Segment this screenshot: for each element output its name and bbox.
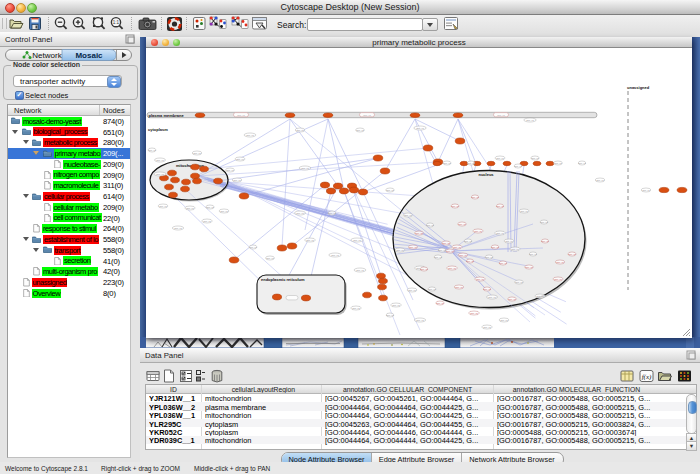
- svg-text:S•e | d: S•e | d: [525, 266, 533, 269]
- svg-text:S•e | d: S•e | d: [451, 205, 459, 208]
- svg-text:S•e | d: S•e | d: [455, 286, 463, 289]
- svg-text:S•e | d: S•e | d: [442, 242, 450, 245]
- svg-text:S•e | d: S•e | d: [536, 295, 544, 298]
- svg-text:S•e | d: S•e | d: [159, 205, 167, 208]
- svg-text:S•e | d: S•e | d: [206, 206, 214, 209]
- svg-text:S•e | d: S•e | d: [386, 314, 394, 317]
- svg-text:S•e | d: S•e | d: [496, 205, 504, 208]
- svg-text:S•e | d: S•e | d: [471, 196, 479, 199]
- svg-text:S•e | d: S•e | d: [578, 162, 586, 165]
- svg-text:S•e | d: S•e | d: [459, 254, 467, 257]
- svg-text:S•e | d: S•e | d: [237, 114, 245, 117]
- svg-text:S•e | d: S•e | d: [464, 240, 472, 243]
- svg-text:S•e | d: S•e | d: [296, 212, 304, 215]
- svg-text:S•e | d: S•e | d: [474, 230, 482, 233]
- svg-text:S•e | d: S•e | d: [186, 207, 194, 210]
- svg-text:S•e | d: S•e | d: [352, 307, 360, 310]
- svg-text:S•e | d: S•e | d: [301, 167, 309, 170]
- svg-text:S•e | d: S•e | d: [515, 281, 523, 284]
- svg-text:S•e | d: S•e | d: [363, 114, 371, 117]
- svg-text:S•e | d: S•e | d: [514, 165, 522, 168]
- svg-text:S•e | d: S•e | d: [520, 210, 528, 213]
- svg-text:S•e | d: S•e | d: [328, 212, 336, 215]
- svg-text:S•e | d: S•e | d: [392, 304, 400, 307]
- svg-text:S•e | d: S•e | d: [420, 268, 428, 271]
- svg-text:S•e | d: S•e | d: [220, 210, 228, 213]
- svg-text:S•e | d: S•e | d: [496, 232, 504, 235]
- svg-text:endoplasmic reticulum: endoplasmic reticulum: [261, 277, 305, 282]
- svg-text:S•e | d: S•e | d: [426, 224, 434, 227]
- svg-text:S•e | d: S•e | d: [331, 254, 339, 257]
- svg-text:S•e | d: S•e | d: [408, 289, 416, 292]
- svg-text:S•e | d: S•e | d: [508, 298, 516, 301]
- svg-text:S•e | d: S•e | d: [483, 326, 491, 329]
- svg-text:S•e | d: S•e | d: [404, 214, 412, 217]
- svg-text:S•e | d: S•e | d: [436, 302, 444, 305]
- svg-text:S•e | d: S•e | d: [505, 240, 513, 243]
- svg-text:Network: Network: [32, 51, 62, 60]
- svg-text:S•e | d: S•e | d: [428, 288, 436, 291]
- svg-text:S•e | d: S•e | d: [246, 134, 254, 137]
- svg-text:S•e | d: S•e | d: [596, 179, 604, 182]
- svg-text:S•e | d: S•e | d: [488, 296, 496, 299]
- svg-text:S•e | d: S•e | d: [500, 319, 508, 322]
- svg-text:S•e | d: S•e | d: [446, 250, 454, 253]
- svg-text:S•e | d: S•e | d: [386, 189, 394, 192]
- svg-text:S•e | d: S•e | d: [541, 240, 549, 243]
- svg-text:S•e | d: S•e | d: [568, 253, 576, 256]
- svg-text:cytoplasm: cytoplasm: [148, 127, 168, 132]
- svg-text:S•e | d: S•e | d: [249, 246, 257, 249]
- svg-text:S•e | d: S•e | d: [438, 249, 446, 252]
- svg-text:S•e | d: S•e | d: [483, 288, 491, 291]
- svg-text:S•e | d: S•e | d: [156, 159, 164, 162]
- svg-text:S•e | d: S•e | d: [148, 149, 156, 152]
- svg-text:S•e | d: S•e | d: [396, 249, 404, 252]
- svg-text:S•e | d: S•e | d: [470, 312, 478, 315]
- svg-text:S•e | d: S•e | d: [499, 262, 507, 265]
- svg-text:S•e | d: S•e | d: [296, 129, 304, 132]
- svg-text:S•e | d: S•e | d: [356, 129, 364, 132]
- svg-text:S•e | d: S•e | d: [443, 162, 451, 165]
- svg-text:S•e | d: S•e | d: [554, 162, 562, 165]
- svg-text:1:1: 1:1: [113, 20, 120, 25]
- svg-text:S•e | d: S•e | d: [531, 157, 539, 160]
- svg-text:S•e | d: S•e | d: [416, 319, 424, 322]
- svg-text:S•e | d: S•e | d: [233, 179, 241, 182]
- svg-text:S•e | d: S•e | d: [409, 246, 417, 249]
- svg-text:S•e | d: S•e | d: [458, 223, 466, 226]
- svg-text:S•e | d: S•e | d: [156, 173, 164, 176]
- svg-text:S•e | d: S•e | d: [496, 157, 504, 160]
- svg-text:S•e | d: S•e | d: [529, 253, 537, 256]
- svg-text:S•e | d: S•e | d: [453, 246, 461, 249]
- svg-text:S•e | d: S•e | d: [193, 152, 201, 155]
- svg-text:S•e | d: S•e | d: [416, 127, 424, 130]
- svg-text:unassigned: unassigned: [627, 85, 650, 90]
- svg-text:S•e | d: S•e | d: [642, 189, 650, 192]
- svg-text:S•e | d: S•e | d: [226, 169, 234, 172]
- svg-text:f(x): f(x): [642, 373, 652, 381]
- svg-text:S•e | d: S•e | d: [497, 114, 505, 117]
- svg-text:S•e | d: S•e | d: [526, 119, 534, 122]
- svg-text:mitochondrion: mitochondrion: [176, 163, 205, 168]
- svg-text:plasma membrane: plasma membrane: [149, 113, 185, 118]
- svg-text:S•e | d: S•e | d: [540, 221, 548, 224]
- svg-text:S•e | d: S•e | d: [356, 269, 364, 272]
- svg-text:S•e | d: S•e | d: [476, 278, 484, 281]
- svg-text:S•e | d: S•e | d: [306, 239, 314, 242]
- svg-text:Mosaic: Mosaic: [75, 51, 103, 60]
- svg-text:S•e | d: S•e | d: [491, 246, 499, 249]
- svg-text:S•e | d: S•e | d: [466, 260, 474, 263]
- svg-text:S•e | d: S•e | d: [174, 227, 182, 230]
- svg-text:S•e | d: S•e | d: [467, 162, 475, 165]
- svg-text:S•e | d: S•e | d: [434, 256, 442, 259]
- svg-text:S•e | d: S•e | d: [203, 220, 211, 223]
- svg-text:S•e | d: S•e | d: [556, 261, 564, 264]
- svg-text:S•e | d: S•e | d: [353, 239, 361, 242]
- svg-text:S•e | d: S•e | d: [554, 278, 562, 281]
- svg-text:S•e | d: S•e | d: [266, 257, 274, 260]
- svg-text:S•e | d: S•e | d: [448, 267, 456, 270]
- svg-text:S•e | d: S•e | d: [236, 158, 244, 161]
- svg-text:S•e | d: S•e | d: [415, 232, 423, 235]
- svg-text:S•e | d: S•e | d: [485, 256, 493, 259]
- svg-text:S•e | d: S•e | d: [511, 248, 519, 251]
